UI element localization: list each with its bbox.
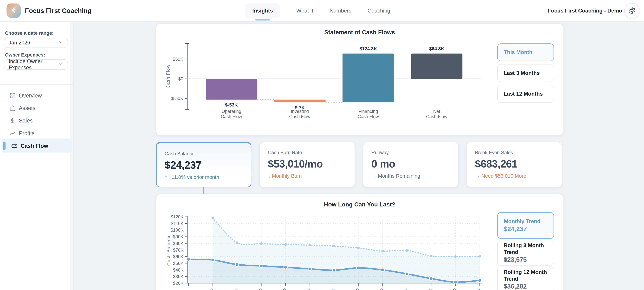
kpi-label: Cash Balance bbox=[165, 151, 251, 157]
svg-text:Oct 25: Oct 25 bbox=[396, 287, 409, 290]
owner-expenses-label: Owner Expenses: bbox=[5, 52, 45, 58]
sidebar-item-label: Profits bbox=[19, 130, 34, 136]
svg-text:Cash Flow: Cash Flow bbox=[166, 65, 171, 88]
grid-icon bbox=[9, 92, 16, 99]
sidebar-divider bbox=[0, 84, 73, 85]
svg-text:Financing: Financing bbox=[358, 109, 378, 114]
svg-text:Mar 25: Mar 25 bbox=[226, 287, 239, 290]
kpi-value: $53,010/mo bbox=[268, 158, 354, 170]
trend-button-label: Monthly Trend bbox=[504, 218, 554, 225]
account-label: Focus First Coaching - Demo bbox=[548, 0, 622, 21]
sidebar-item-label: Assets bbox=[19, 105, 36, 111]
kpi-value: $683,261 bbox=[475, 158, 562, 170]
sidebar-item-label: Overview bbox=[19, 93, 42, 99]
date-range-value: Jan 2026 bbox=[9, 40, 30, 46]
kpi-delta: ↑ +11.0% vs prior month bbox=[165, 174, 251, 180]
trend-button-value: $36,282 bbox=[504, 282, 554, 290]
trend-button-label: Rolling 12 Month Trend bbox=[504, 269, 554, 282]
sidebar-scrollbar[interactable] bbox=[70, 21, 73, 290]
kpi-value: $24,237 bbox=[165, 159, 251, 171]
svg-text:$124.3K: $124.3K bbox=[360, 46, 377, 51]
svg-text:Cash Flow: Cash Flow bbox=[358, 114, 379, 119]
rupee-glyph: ₹ bbox=[11, 6, 16, 15]
svg-text:$64.3K: $64.3K bbox=[429, 46, 444, 51]
svg-text:Investing: Investing bbox=[291, 109, 309, 114]
how-long-can-you-last-card: How Long Can You Last? $20K$30K$40K$50K$… bbox=[156, 194, 563, 290]
settings-button[interactable] bbox=[624, 3, 640, 19]
period-button-this-month[interactable]: This Month bbox=[497, 43, 554, 61]
period-button-last-12-months[interactable]: Last 12 Months bbox=[497, 85, 554, 103]
kpi-label: Cash Burn Rate bbox=[268, 150, 354, 155]
chevron-down-icon bbox=[58, 61, 63, 68]
svg-text:$40K: $40K bbox=[173, 267, 184, 272]
period-button-label: This Month bbox=[504, 49, 554, 56]
trend-button-value: $24,237 bbox=[504, 225, 554, 233]
kpi-card-cash-burn-rate[interactable]: Cash Burn Rate $53,010/mo ↓ Monthly Burn bbox=[260, 142, 355, 187]
kpi-delta: → Need $53,010 More bbox=[475, 173, 562, 179]
period-button-last-3-months[interactable]: Last 3 Months bbox=[497, 64, 554, 82]
svg-text:$50K: $50K bbox=[173, 261, 184, 266]
sidebar-item-profits[interactable]: Profits bbox=[0, 127, 73, 139]
briefcase-icon bbox=[9, 105, 16, 111]
tab-insights[interactable]: Insights bbox=[245, 3, 280, 18]
svg-text:Operating: Operating bbox=[222, 109, 241, 114]
period-button-label: Last 12 Months bbox=[504, 90, 554, 97]
svg-text:$80K: $80K bbox=[173, 241, 184, 246]
app-logo-icon: ₹ bbox=[6, 4, 21, 18]
tab-numbers[interactable]: Numbers bbox=[330, 8, 351, 14]
svg-text:Dec 25: Dec 25 bbox=[444, 287, 458, 290]
kpi-card-break-even-sales[interactable]: Break Even Sales $683,261 → Need $53,010… bbox=[466, 142, 562, 187]
svg-text:Sep 25: Sep 25 bbox=[371, 287, 385, 290]
chevron-down-icon bbox=[58, 40, 63, 46]
trend-up-icon bbox=[9, 130, 16, 136]
svg-text:Cash Flow: Cash Flow bbox=[289, 114, 310, 119]
svg-text:Jul 25: Jul 25 bbox=[324, 287, 336, 290]
svg-text:Jun 25: Jun 25 bbox=[299, 287, 312, 290]
cash-flow-icon bbox=[11, 142, 18, 149]
trend-button-value: $23,575 bbox=[504, 256, 554, 263]
tab-coaching[interactable]: Coaching bbox=[368, 8, 390, 14]
kpi-delta: → Months Remaining bbox=[372, 173, 458, 179]
sidebar-item-sales[interactable]: Sales bbox=[0, 114, 73, 127]
svg-text:$50K: $50K bbox=[173, 57, 184, 62]
svg-text:May 25: May 25 bbox=[274, 287, 288, 290]
tab-what-if[interactable]: What If bbox=[296, 8, 313, 14]
svg-text:Cash Balance: Cash Balance bbox=[166, 234, 171, 266]
svg-text:$120K: $120K bbox=[170, 214, 184, 219]
sidebar-item-overview[interactable]: Overview bbox=[0, 89, 73, 102]
sidebar-item-assets[interactable]: Assets bbox=[0, 102, 73, 114]
svg-text:$-53K: $-53K bbox=[225, 102, 238, 107]
owner-expenses-value: Include Owner Expenses bbox=[9, 58, 58, 71]
svg-text:Apr 25: Apr 25 bbox=[250, 287, 264, 290]
app-header: ₹ Focus First Coaching Insights What If … bbox=[0, 0, 644, 22]
owner-expenses-select[interactable]: Include Owner Expenses bbox=[4, 59, 68, 70]
kpi-card-runway[interactable]: Runway 0 mo → Months Remaining bbox=[363, 142, 458, 187]
svg-text:$0: $0 bbox=[178, 76, 183, 81]
svg-text:Cash Flow: Cash Flow bbox=[221, 114, 242, 119]
trend-button-rolling-12-month[interactable]: Rolling 12 Month Trend $36,282 bbox=[497, 267, 554, 290]
svg-text:$30K: $30K bbox=[173, 274, 184, 279]
svg-text:Jan 26: Jan 26 bbox=[469, 287, 482, 290]
svg-text:Nov 25: Nov 25 bbox=[420, 287, 433, 290]
kpi-label: Break Even Sales bbox=[475, 150, 562, 155]
trend-button-monthly[interactable]: Monthly Trend $24,237 bbox=[497, 212, 554, 239]
kpi-value: 0 mo bbox=[372, 158, 458, 170]
svg-text:Net: Net bbox=[433, 109, 440, 114]
sidebar: Choose a date range: Jan 2026 Owner Expe… bbox=[0, 21, 74, 290]
sidebar-item-label: Sales bbox=[19, 117, 32, 124]
svg-text:$100K: $100K bbox=[170, 228, 184, 233]
period-button-label: Last 3 Months bbox=[504, 70, 554, 76]
kpi-chart-connector-line bbox=[203, 187, 204, 194]
svg-text:Feb 25: Feb 25 bbox=[202, 287, 215, 290]
kpi-card-cash-balance[interactable]: Cash Balance $24,237 ↑ +11.0% vs prior m… bbox=[156, 142, 252, 187]
sidebar-item-cash-flow[interactable]: Cash Flow bbox=[2, 138, 72, 153]
trend-button-label: Rolling 3 Month Trend bbox=[504, 242, 554, 256]
trend-button-rolling-3-month[interactable]: Rolling 3 Month Trend $23,575 bbox=[497, 240, 554, 266]
svg-text:Aug 25: Aug 25 bbox=[347, 287, 360, 290]
svg-text:$90K: $90K bbox=[173, 234, 184, 239]
gear-icon bbox=[628, 7, 636, 16]
date-range-select[interactable]: Jan 2026 bbox=[4, 38, 68, 48]
svg-text:Cash Flow: Cash Flow bbox=[426, 114, 448, 119]
svg-text:$20K: $20K bbox=[173, 281, 184, 286]
main-nav-tabs: Insights What If Numbers Coaching bbox=[245, 0, 390, 21]
